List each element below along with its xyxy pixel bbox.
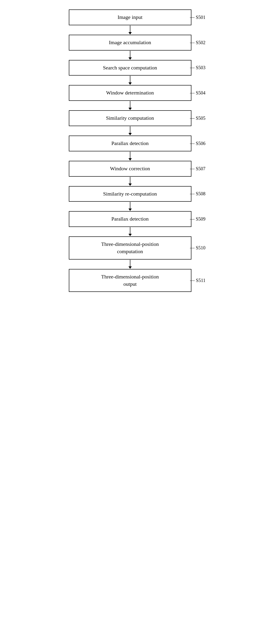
arrow-s508 <box>69 202 191 211</box>
label-s507: — S507 <box>190 166 205 172</box>
box-s506: Parallax detection <box>69 136 191 152</box>
arrow-icon <box>129 126 132 135</box>
arrow-s507 <box>69 177 191 186</box>
box-s511: Three-dimensional-position output <box>69 269 191 292</box>
box-s502: Image accumulation <box>69 35 191 50</box>
arrow-icon <box>129 101 132 110</box>
box-s509: Parallax detection <box>69 211 191 227</box>
box-s504: Window determination <box>69 85 191 101</box>
arrow-s510 <box>69 260 191 269</box>
label-s503: — S503 <box>190 65 205 70</box>
arrow-icon <box>129 26 132 34</box>
step-row-s509: Parallax detection— S509 <box>48 211 213 227</box>
label-s505: — S505 <box>190 116 205 121</box>
flowchart: Image input— S501Image accumulation— S50… <box>48 5 213 296</box>
step-row-s504: Window determination— S504 <box>48 85 213 101</box>
label-s509: — S509 <box>190 216 205 222</box>
arrow-icon <box>129 177 132 186</box>
step-row-s510: Three-dimensional-position computation— … <box>48 236 213 260</box>
arrow-icon <box>129 202 132 211</box>
box-s505: Similarity computation <box>69 110 191 126</box>
box-s501: Image input <box>69 10 191 25</box>
arrow-s502 <box>69 50 191 60</box>
box-s510: Three-dimensional-position computation <box>69 236 191 260</box>
arrow-s506 <box>69 152 191 161</box>
step-row-s511: Three-dimensional-position output— S511 <box>48 269 213 292</box>
arrow-s505 <box>69 126 191 136</box>
arrow-icon <box>129 76 132 85</box>
arrow-icon <box>129 260 132 269</box>
step-row-s508: Similarity re-computation— S508 <box>48 186 213 202</box>
box-s507: Window correction <box>69 161 191 177</box>
label-s501: — S501 <box>190 15 205 20</box>
label-s511: — S511 <box>190 278 205 283</box>
step-row-s501: Image input— S501 <box>48 10 213 25</box>
step-row-s506: Parallax detection— S506 <box>48 136 213 152</box>
arrow-s503 <box>69 76 191 85</box>
arrow-icon <box>129 51 132 60</box>
label-s504: — S504 <box>190 90 205 96</box>
label-s510: — S510 <box>190 245 205 250</box>
arrow-s509 <box>69 227 191 236</box>
label-s508: — S508 <box>190 191 205 196</box>
arrow-s501 <box>69 25 191 35</box>
label-s506: — S506 <box>190 141 205 146</box>
arrow-s504 <box>69 101 191 110</box>
box-s508: Similarity re-computation <box>69 186 191 202</box>
box-s503: Search space computation <box>69 60 191 76</box>
label-s502: — S502 <box>190 40 205 45</box>
step-row-s507: Window correction— S507 <box>48 161 213 177</box>
arrow-icon <box>129 152 132 160</box>
arrow-icon <box>129 227 132 236</box>
step-row-s505: Similarity computation— S505 <box>48 110 213 126</box>
step-row-s502: Image accumulation— S502 <box>48 35 213 50</box>
step-row-s503: Search space computation— S503 <box>48 60 213 76</box>
